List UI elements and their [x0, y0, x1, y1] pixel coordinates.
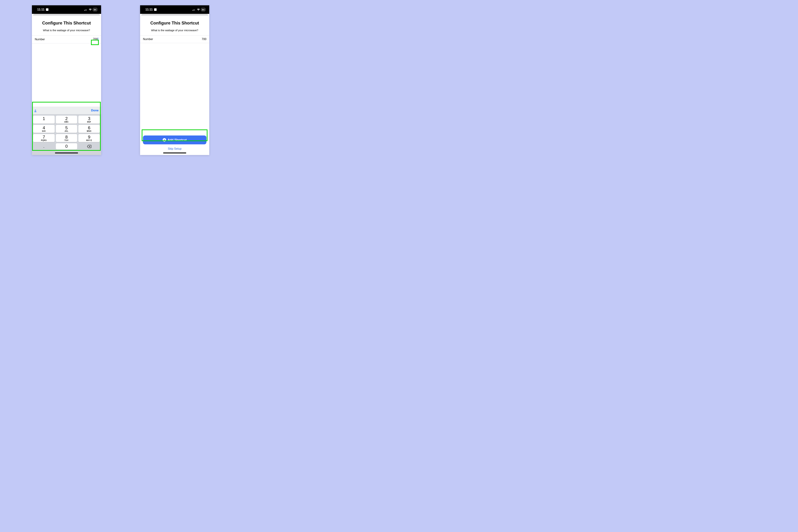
home-indicator[interactable] [140, 151, 209, 155]
key-0[interactable]: 0 [56, 143, 77, 150]
sheet-title: Configure This Shortcut [32, 21, 101, 25]
modal-sheet: Configure This Shortcut What is the watt… [32, 16, 101, 155]
svg-rect-2 [86, 10, 87, 11]
number-field-row[interactable]: Number 700 [140, 35, 209, 43]
key-backspace[interactable] [78, 143, 100, 150]
phone-screenshot-left: 11:11 84 Configure This Shortcut What is… [32, 5, 101, 155]
phone-screenshot-right: 11:11 84 Configure This Shortcut What is… [140, 5, 209, 155]
number-field-value[interactable]: 700 [199, 38, 206, 41]
status-bar: 11:11 84 [32, 5, 101, 14]
number-field-row[interactable]: Number 700 [32, 35, 101, 43]
key-5[interactable]: 5JKL [56, 125, 77, 133]
svg-rect-6 [194, 10, 195, 11]
modal-sheet: Configure This Shortcut What is the watt… [140, 16, 209, 155]
key-1[interactable]: 1 [33, 116, 55, 124]
key-2[interactable]: 2ABC [56, 116, 77, 124]
status-time: 11:11 [37, 8, 44, 11]
plus-minus-button[interactable]: ± [34, 108, 36, 112]
sheet-title: Configure This Shortcut [140, 21, 209, 25]
background-sheet-edge [33, 14, 100, 16]
key-6[interactable]: 6MNO [78, 125, 100, 133]
svg-rect-5 [193, 10, 194, 11]
contact-card-icon [46, 8, 49, 11]
wifi-icon [89, 8, 92, 11]
numeric-keyboard: ± Done 1 2ABC 3DEF 4GHI 5JKL 6MNO 7PQRS … [32, 107, 101, 155]
sheet-subtitle: What is the wattage of your microwave? [32, 29, 101, 32]
key-4[interactable]: 4GHI [33, 125, 55, 133]
number-field-label: Number [143, 38, 153, 41]
key-9[interactable]: 9WXYZ [78, 134, 100, 142]
battery-badge: 84 [201, 8, 205, 11]
skip-setup-link[interactable]: Skip Setup [143, 147, 206, 150]
svg-rect-4 [193, 10, 193, 11]
done-button[interactable]: Done [91, 109, 99, 112]
keypad-grid: 1 2ABC 3DEF 4GHI 5JKL 6MNO 7PQRS 8TUV 9W… [32, 114, 101, 151]
backspace-icon [87, 145, 92, 148]
svg-rect-1 [85, 10, 86, 11]
key-7[interactable]: 7PQRS [33, 134, 55, 142]
add-shortcut-label: Add Shortcut [168, 138, 187, 142]
keyboard-assist-bar: ± Done [32, 107, 101, 114]
key-3[interactable]: 3DEF [78, 116, 100, 124]
add-shortcut-button[interactable]: + Add Shortcut [143, 135, 206, 144]
cellular-signal-icon [193, 8, 196, 11]
text-caret [98, 38, 98, 41]
number-field-label: Number [35, 38, 45, 41]
battery-badge: 84 [93, 8, 97, 11]
wifi-icon [197, 8, 200, 11]
contact-card-icon [154, 8, 157, 11]
sheet-subtitle: What is the wattage of your microwave? [140, 29, 209, 32]
plus-circle-icon: + [163, 138, 166, 142]
home-indicator[interactable] [32, 151, 101, 155]
svg-rect-0 [84, 10, 85, 11]
key-dot[interactable]: . [33, 143, 55, 150]
status-bar: 11:11 84 [140, 5, 209, 14]
number-field-value[interactable]: 700 [91, 38, 98, 41]
status-time: 11:11 [146, 8, 153, 11]
background-sheet-edge [141, 14, 208, 16]
cellular-signal-icon [84, 8, 88, 11]
key-8[interactable]: 8TUV [56, 134, 77, 142]
bottom-actions: + Add Shortcut Skip Setup [140, 135, 209, 150]
